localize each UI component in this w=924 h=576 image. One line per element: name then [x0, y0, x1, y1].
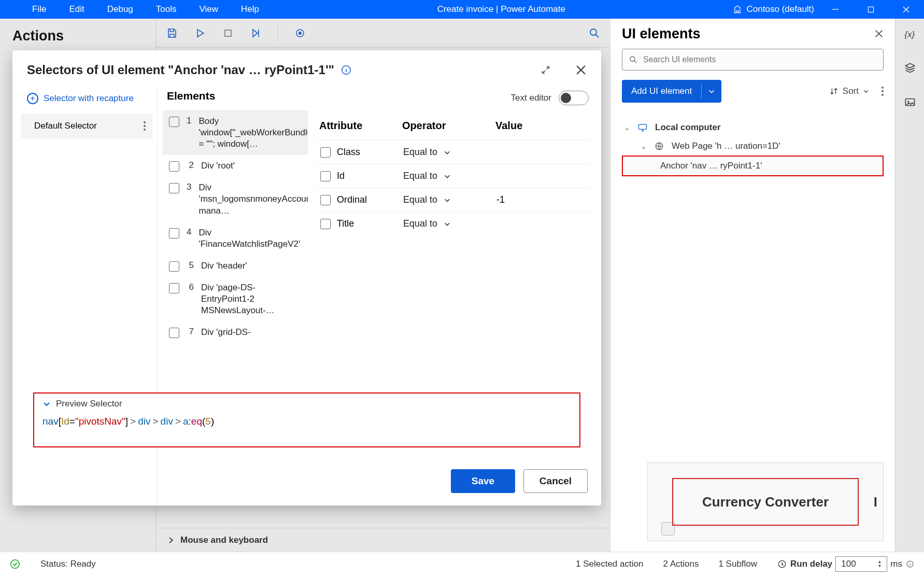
chevron-down-icon: ⌄: [624, 123, 630, 132]
element-row[interactable]: 2 Div 'root': [163, 155, 308, 177]
checkbox[interactable]: [169, 283, 179, 293]
step-icon[interactable]: [250, 27, 262, 39]
run-delay-value: 100: [841, 559, 856, 569]
search-ui-elements[interactable]: [622, 49, 884, 71]
attr-value[interactable]: [492, 141, 591, 164]
element-row[interactable]: 7 Div 'grid-DS-: [163, 321, 308, 343]
checkbox[interactable]: [169, 261, 179, 272]
more-menu[interactable]: [882, 87, 884, 96]
info-icon[interactable]: [340, 64, 352, 76]
save-button[interactable]: Save: [451, 469, 515, 493]
operator-select[interactable]: Equal to: [403, 194, 488, 205]
panel-close[interactable]: [874, 29, 884, 38]
sort-label: Sort: [843, 86, 859, 96]
globe-icon: [654, 141, 664, 151]
element-index: 6: [187, 282, 194, 292]
svg-rect-6: [639, 124, 647, 129]
checkbox[interactable]: [169, 228, 179, 238]
chevron-down-icon: [444, 149, 451, 156]
attr-row[interactable]: Class Equal to: [316, 141, 591, 164]
run-icon[interactable]: [194, 27, 206, 39]
mouse-keyboard-label: Mouse and keyboard: [180, 535, 268, 545]
sort-button[interactable]: Sort: [829, 86, 869, 96]
attr-name: Class: [337, 147, 360, 158]
element-row[interactable]: 5 Div 'header': [163, 255, 308, 277]
sort-icon: [829, 87, 838, 96]
selector-recapture-button[interactable]: + Selector with recapture: [21, 88, 157, 114]
ui-elements-tree: ⌄ Local computer ⌄ Web Page 'h … uration…: [622, 118, 884, 176]
element-index: 2: [187, 160, 194, 171]
menu-file[interactable]: File: [21, 4, 58, 15]
attr-value[interactable]: -1: [492, 188, 591, 212]
org-selector[interactable]: Contoso (default): [732, 4, 814, 15]
operator-select[interactable]: Equal to: [403, 147, 488, 158]
chevron-down-icon[interactable]: [42, 400, 51, 408]
checkbox[interactable]: [320, 219, 331, 229]
run-delay-input[interactable]: 100 ▲▼: [835, 556, 887, 572]
operator-select[interactable]: Equal to: [403, 218, 488, 229]
chevron-down-icon: [863, 88, 869, 94]
checkbox[interactable]: [320, 195, 331, 205]
chevron-down-icon: [444, 196, 451, 204]
chevron-down-icon: [444, 173, 451, 180]
mouse-keyboard-section[interactable]: Mouse and keyboard: [157, 528, 610, 552]
window-close[interactable]: [892, 0, 920, 19]
save-icon[interactable]: [166, 27, 178, 39]
maximize-icon: [868, 6, 874, 13]
attr-row[interactable]: Id Equal to: [316, 164, 591, 188]
modal-title: Selectors of UI element "Anchor 'nav … r…: [27, 63, 334, 77]
checkbox[interactable]: [320, 147, 331, 158]
text-editor-toggle[interactable]: [559, 91, 589, 105]
element-row[interactable]: 6 Div 'page-DS-EntryPoint1-2 MSNewsLayou…: [163, 277, 308, 321]
window-minimize[interactable]: [821, 0, 849, 19]
window-maximize[interactable]: [857, 0, 885, 19]
default-selector-item[interactable]: Default Selector: [21, 114, 153, 138]
checkbox[interactable]: [169, 183, 179, 193]
add-ui-element-label: Add UI element: [622, 86, 701, 96]
menu-edit[interactable]: Edit: [58, 4, 95, 15]
tree-web-page[interactable]: ⌄ Web Page 'h … uration=1D': [622, 137, 884, 156]
attr-value[interactable]: [492, 164, 591, 188]
operator-select[interactable]: Equal to: [403, 171, 488, 181]
checkbox[interactable]: [169, 161, 179, 172]
add-ui-element-button[interactable]: Add UI element: [622, 80, 721, 103]
attr-row[interactable]: Title Equal to: [316, 212, 591, 236]
clock-icon: [777, 559, 787, 569]
expand-icon[interactable]: [540, 64, 551, 76]
operator-value: Equal to: [403, 218, 437, 229]
checkbox[interactable]: [169, 328, 179, 338]
menu-help[interactable]: Help: [230, 4, 271, 15]
info-icon[interactable]: [905, 559, 915, 569]
selector-item-menu[interactable]: [144, 121, 146, 131]
search-input[interactable]: [643, 55, 877, 64]
modal-close[interactable]: [575, 64, 587, 76]
attr-value[interactable]: [492, 212, 591, 236]
attr-row[interactable]: Ordinal Equal to -1: [316, 188, 591, 212]
add-ui-element-menu[interactable]: [702, 88, 721, 95]
images-icon[interactable]: [903, 95, 917, 109]
menu-view[interactable]: View: [188, 4, 230, 15]
flow-toolbar: [157, 19, 610, 48]
record-icon[interactable]: [294, 27, 306, 39]
element-index: 1: [187, 116, 191, 126]
tree-local-computer[interactable]: ⌄ Local computer: [622, 118, 884, 137]
element-row[interactable]: 1 Body 'window["_webWorkerBundle"] = "";…: [163, 110, 308, 155]
variables-icon[interactable]: {x}: [903, 27, 917, 40]
menu-debug[interactable]: Debug: [96, 4, 145, 15]
col-operator: Operator: [399, 115, 492, 141]
element-row[interactable]: 3 Div 'msn_logomsnmoneyAccount mana…: [163, 177, 308, 221]
menu-tools[interactable]: Tools: [145, 4, 188, 15]
ui-elements-icon[interactable]: [903, 61, 917, 75]
text-editor-label: Text editor: [511, 93, 551, 103]
element-label: Body 'window["_webWorkerBundle"] = ""; w…: [198, 116, 308, 150]
element-row[interactable]: 4 Div 'FinanceWatchlistPageV2': [163, 222, 308, 255]
status-subflow: 1 Subflow: [718, 559, 757, 569]
tree-anchor-selected[interactable]: Anchor 'nav … ryPoint1-1': [622, 156, 884, 176]
checkbox[interactable]: [169, 117, 179, 127]
element-index: 7: [187, 327, 194, 337]
operator-value: Equal to: [403, 194, 437, 205]
cancel-button[interactable]: Cancel: [523, 469, 588, 493]
stop-icon[interactable]: [222, 27, 234, 39]
checkbox[interactable]: [320, 171, 331, 181]
search-icon[interactable]: [588, 27, 601, 39]
